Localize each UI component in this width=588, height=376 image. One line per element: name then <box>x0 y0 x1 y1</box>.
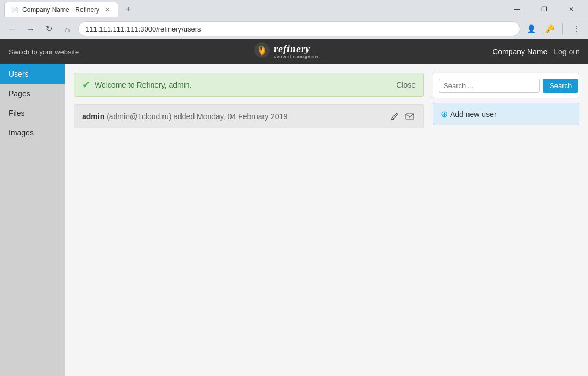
sidebar-item-pages[interactable]: Pages <box>0 84 65 103</box>
menu-icon[interactable]: ⋮ <box>568 21 584 36</box>
window-controls: — ❒ ✕ <box>504 1 584 18</box>
browser-chrome: 📄 Company Name - Refinery ✕ + — ❒ ✕ ← → … <box>0 0 588 39</box>
search-button[interactable]: Search <box>543 79 578 93</box>
logo-area: refinery content management system <box>79 40 492 63</box>
profile-icon[interactable]: 👤 <box>523 21 539 36</box>
svg-text:content management system: content management system <box>274 54 318 59</box>
alert-body: ✔ Welcome to Refinery, admin. <box>82 79 191 91</box>
title-bar: 📄 Company Name - Refinery ✕ + — ❒ ✕ <box>0 0 588 19</box>
alert-close-button[interactable]: Close <box>396 81 416 89</box>
minimize-button[interactable]: — <box>504 1 529 18</box>
refinery-logo: refinery content management system <box>253 40 318 63</box>
address-bar-row: ← → ↻ ⌂ 👤 🔑 ⋮ <box>0 19 588 39</box>
email-icon <box>405 112 414 121</box>
sidebar-item-users[interactable]: Users <box>0 64 65 84</box>
logout-button[interactable]: Log out <box>554 47 579 56</box>
user-info: admin (admin@1cloud.ru) added Monday, 04… <box>82 112 287 121</box>
home-button[interactable]: ⌂ <box>60 21 75 36</box>
user-area: Company Name Log out <box>492 47 579 56</box>
search-box: Search <box>433 73 579 98</box>
address-input[interactable] <box>78 21 520 36</box>
user-actions <box>389 110 416 122</box>
divider <box>562 23 563 34</box>
user-email: (admin@1cloud.ru) <box>107 112 171 121</box>
app: Switch to your website <box>0 39 588 376</box>
table-row: admin (admin@1cloud.ru) added Monday, 04… <box>74 104 424 128</box>
sidebar-item-images[interactable]: Images <box>0 123 65 143</box>
search-input[interactable] <box>439 79 540 93</box>
refresh-button[interactable]: ↻ <box>41 21 57 36</box>
sidebar-item-files[interactable]: Files <box>0 103 65 123</box>
svg-rect-3 <box>391 119 394 120</box>
add-user-link: ⊕ Add new user <box>441 109 571 119</box>
check-icon: ✔ <box>82 79 90 91</box>
sidebar: Users Pages Files Images <box>0 64 65 376</box>
logo-svg: refinery content management system <box>253 40 318 60</box>
edit-icon <box>390 112 399 121</box>
close-window-button[interactable]: ✕ <box>559 1 584 18</box>
back-button[interactable]: ← <box>4 21 20 36</box>
logo-text: refinery content management system <box>253 40 318 63</box>
add-user-label: Add new user <box>450 110 497 119</box>
edit-user-button[interactable] <box>389 110 401 122</box>
close-tab-button[interactable]: ✕ <box>103 5 111 14</box>
svg-text:refinery: refinery <box>274 44 310 54</box>
main-left: ✔ Welcome to Refinery, admin. Close admi… <box>74 73 424 367</box>
new-tab-button[interactable]: + <box>121 2 136 17</box>
tab-favicon: 📄 <box>11 6 19 14</box>
add-user-panel[interactable]: ⊕ Add new user <box>433 103 579 125</box>
user-name: admin <box>82 112 104 121</box>
main-right: Search ⊕ Add new user <box>433 73 579 367</box>
user-added-text: added Monday, 04 February 2019 <box>173 112 287 121</box>
alert-message: Welcome to Refinery, admin. <box>95 81 191 89</box>
forward-button[interactable]: → <box>23 21 38 36</box>
maximize-button[interactable]: ❒ <box>531 1 556 18</box>
add-user-icon: ⊕ <box>441 109 448 119</box>
active-tab[interactable]: 📄 Company Name - Refinery ✕ <box>4 2 118 17</box>
main-content: ✔ Welcome to Refinery, admin. Close admi… <box>65 64 588 376</box>
top-nav: Switch to your website <box>0 39 588 64</box>
success-alert: ✔ Welcome to Refinery, admin. Close <box>74 73 424 97</box>
email-user-button[interactable] <box>404 110 416 122</box>
key-icon[interactable]: 🔑 <box>542 21 557 36</box>
company-name-label: Company Name <box>492 47 547 56</box>
switch-to-website-link[interactable]: Switch to your website <box>9 48 79 56</box>
tab-title: Company Name - Refinery <box>22 6 99 14</box>
content-area: Users Pages Files Images ✔ Welcome to Re… <box>0 64 588 376</box>
svg-rect-4 <box>406 114 414 119</box>
